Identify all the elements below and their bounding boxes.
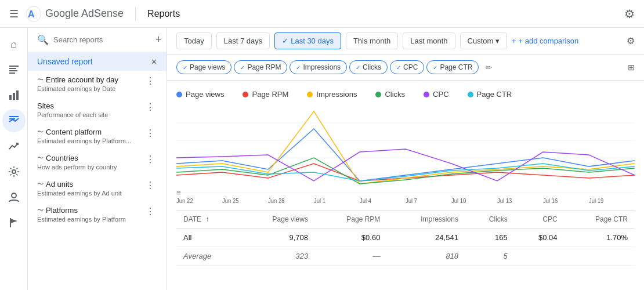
svg-text:Jul 16: Jul 16 [543,198,558,204]
pill-impressions[interactable]: ✓ Impressions [290,60,347,74]
active-report-label: Unsaved report [37,57,151,66]
add-report-icon[interactable]: + [155,34,162,46]
col-header-date[interactable]: DATE ↑ [176,211,240,229]
sidebar-sub-entire-account: Estimated earnings by Date [37,85,143,92]
table-row-average: Average 323 — 818 5 [176,247,635,266]
cell-all-page-views: 9,708 [240,229,314,247]
col-header-page-views[interactable]: Page views [240,211,314,229]
sidebar-item-entire-account[interactable]: 〜 Entire account by day Estimated earnin… [28,71,167,97]
data-table: DATE ↑ Page views Page RPM Impressions C… [176,210,635,266]
sidebar-item-content-platform[interactable]: 〜 Content platform Estimated earnings by… [28,123,167,149]
settings-icon[interactable]: ⚙ [624,7,635,21]
legend-cpc: CPC [424,90,448,99]
logo-text: Google AdSense [45,8,124,20]
cell-avg-page-rpm: — [315,247,387,266]
legend-label-page-rpm: Page RPM [252,90,288,99]
more-options-icon-6[interactable]: ⋮ [143,206,157,217]
top-nav: ☰ A Google AdSense Reports ⚙ [0,0,644,28]
search-input[interactable] [53,35,151,44]
table-row-all: All 9,708 $0.60 24,541 165 $0.04 1.70% [176,229,635,247]
more-options-icon-4[interactable]: ⋮ [143,154,157,165]
pill-check-icon-imp: ✓ [296,64,301,71]
wave-icon-6: 〜 [37,206,44,215]
svg-marker-14 [10,219,17,223]
more-options-icon-3[interactable]: ⋮ [143,128,157,139]
col-header-impressions[interactable]: Impressions [387,211,465,229]
sidebar-sub-ad-units: Estimated earnings by Ad unit [37,190,143,197]
active-report-item[interactable]: Unsaved report ✕ [28,52,167,71]
cell-avg-impressions: 818 [387,247,465,266]
legend-dot-page-ctr [468,92,473,97]
sidebar-sub-content-platform: Estimated earnings by Platform... [37,137,143,144]
filter-last7days[interactable]: Last 7 days [216,32,270,49]
pill-clicks[interactable]: ✓ Clicks [349,60,388,74]
pill-page-views[interactable]: ✓ Page views [176,60,231,74]
svg-text:≡: ≡ [176,188,181,197]
nav-person-icon[interactable] [2,186,26,209]
svg-rect-4 [9,70,17,71]
svg-rect-7 [13,93,15,100]
svg-rect-8 [16,90,19,100]
hamburger-icon[interactable]: ☰ [9,8,19,20]
edit-metrics-icon[interactable]: ✏ [486,63,492,72]
pill-check-icon-clicks: ✓ [356,64,360,71]
legend-label-impressions: Impressions [316,90,357,99]
nav-trending-icon[interactable] [2,135,26,158]
pill-cpc[interactable]: ✓ CPC [390,60,424,74]
nav-settings-icon[interactable] [2,160,26,183]
cell-avg-clicks: 5 [465,247,515,266]
pill-label-clicks: Clicks [363,63,381,71]
pill-check-icon-rpm: ✓ [240,64,245,71]
svg-point-11 [12,170,16,173]
sidebar-sub-countries: How ads perform by country [37,164,143,171]
svg-text:Jul 4: Jul 4 [360,198,372,204]
sidebar-label-content-platform: Content platform [46,128,102,136]
filter-custom[interactable]: Custom ▾ [460,32,507,49]
col-header-clicks[interactable]: Clicks [465,211,515,229]
svg-rect-5 [9,72,15,74]
sidebar-item-countries[interactable]: 〜 Countries How ads perform by country ⋮ [28,149,167,175]
cell-avg-page-ctr [565,247,635,266]
legend-page-ctr: Page CTR [468,90,512,99]
svg-text:Jun 25: Jun 25 [222,198,239,204]
nav-chart-icon[interactable] [2,84,26,107]
nav-flag-icon[interactable] [2,211,26,234]
col-header-cpc[interactable]: CPC [515,211,565,229]
nav-pages-icon[interactable] [2,58,26,81]
filter-today[interactable]: Today [176,32,212,49]
sidebar-item-sites[interactable]: Sites Performance of each site ⋮ [28,97,167,123]
sidebar-label-sites: Sites [37,102,54,110]
svg-text:Jul 19: Jul 19 [589,198,603,204]
filter-thismonth[interactable]: This month [346,32,398,49]
sidebar-label-countries: Countries [46,154,78,162]
nav-home-icon[interactable]: ⌂ [2,32,26,56]
adsense-logo-icon: A [26,6,42,22]
filter-lastmonth[interactable]: Last month [403,32,455,49]
filter-settings-icon[interactable]: ⚙ [627,35,635,46]
filter-last30days[interactable]: ✓Last 30 days [274,32,341,49]
left-nav: ⌂ [0,28,28,290]
wave-icon-4: 〜 [37,154,44,162]
legend-impressions: Impressions [307,90,357,99]
add-comparison-button[interactable]: + + add comparison [512,37,578,45]
col-header-page-rpm[interactable]: Page RPM [315,211,387,229]
more-options-icon-2[interactable]: ⋮ [143,102,157,113]
nav-reports-icon[interactable] [2,109,26,132]
sidebar-item-platforms[interactable]: 〜 Platforms Estimated earnings by Platfo… [28,201,167,227]
pill-page-rpm[interactable]: ✓ Page RPM [234,60,287,74]
search-bar: 🔍 + [28,28,167,52]
close-report-icon[interactable]: ✕ [151,57,157,66]
more-options-icon-1[interactable]: ⋮ [143,75,157,86]
col-header-page-ctr[interactable]: Page CTR [565,211,635,229]
chart-filter-icon[interactable]: ⊞ [628,63,635,72]
more-options-icon-5[interactable]: ⋮ [143,180,157,191]
nav-divider [135,7,136,21]
pill-page-ctr[interactable]: ✓ Page CTR [426,60,479,74]
sidebar-item-ad-units[interactable]: 〜 Ad units Estimated earnings by Ad unit… [28,175,167,201]
cell-all-page-rpm: $0.60 [315,229,387,247]
legend-dot-clicks [375,92,381,97]
main-content: Today Last 7 days ✓Last 30 days This mon… [167,28,644,290]
sidebar-sub-platforms: Estimated earnings by Platform [37,216,143,223]
svg-rect-2 [9,66,19,67]
filter-bar: Today Last 7 days ✓Last 30 days This mon… [167,28,644,55]
